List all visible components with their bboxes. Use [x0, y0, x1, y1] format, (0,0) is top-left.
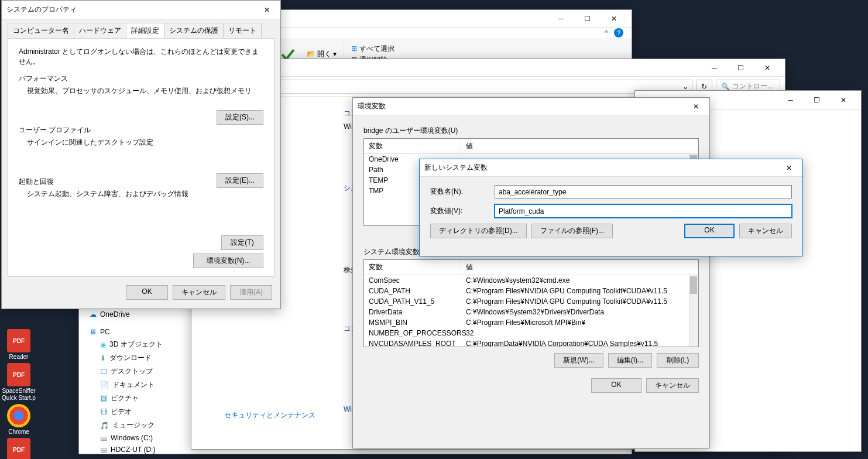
variable-value-label: 変数値(V):: [430, 206, 495, 216]
ok-button[interactable]: OK: [684, 224, 735, 238]
list-item[interactable]: ComSpecC:¥Windows¥system32¥cmd.exe: [364, 275, 698, 286]
desktop-icons: PDF Reader PDF SpaceSniffer Quick Start.…: [0, 328, 76, 459]
maximize-button[interactable]: ☐: [574, 11, 601, 27]
startup-settings-button[interactable]: 設定(T): [221, 235, 263, 250]
sysprops-tabs: コンピューター名 ハードウェア 詳細設定 システムの保護 リモート: [2, 19, 280, 38]
picture-icon: 🖼: [100, 395, 107, 403]
sidebar-pictures[interactable]: 🖼ピクチャ: [87, 392, 204, 405]
list-item[interactable]: NVCUDASAMPLES_ROOTC:¥ProgramData¥NVIDIA …: [364, 338, 698, 347]
sidebar-documents[interactable]: 📄ドキュメント: [87, 378, 204, 392]
column-variable[interactable]: 変数: [364, 260, 461, 275]
sysprops-tab-body: Administrator としてログオンしない場合は、これらのほとんどは変更で…: [8, 38, 275, 277]
sidebar-onedrive[interactable]: ☁OneDrive: [87, 309, 204, 320]
tab-computername[interactable]: コンピューター名: [8, 23, 74, 38]
column-value[interactable]: 値: [461, 260, 698, 275]
sidebar-videos[interactable]: 🎞ビデオ: [87, 405, 204, 419]
document-icon: 📄: [100, 381, 109, 389]
profile-label: ユーザー プロファイル: [19, 125, 263, 135]
profile-desc: サインインに関連したデスクトップ設定: [27, 138, 263, 148]
cancel-button[interactable]: キャンセル: [739, 224, 792, 238]
tab-hardware[interactable]: ハードウェア: [74, 23, 126, 38]
dropdown-icon[interactable]: ⌄: [682, 83, 688, 91]
variable-name-input[interactable]: [495, 185, 792, 198]
close-button[interactable]: ✕: [258, 2, 276, 18]
newvar-titlebar: 新しいシステム変数 ✕: [420, 159, 802, 177]
close-button[interactable]: ✕: [830, 92, 856, 108]
sidebar-music[interactable]: 🎵ミュージック: [87, 419, 204, 432]
list-item[interactable]: NUMBER_OF_PROCESSORS32: [364, 328, 698, 338]
sysprops-bottom-buttons: OK キャンセル 適用(A): [2, 282, 280, 306]
sidebar-drive-d[interactable]: 🖴HDCZ-UT (D:): [87, 444, 204, 455]
sidebar-downloads[interactable]: ⬇ダウンロード: [87, 351, 204, 365]
system-properties-dialog: システムのプロパティ ✕ コンピューター名 ハードウェア 詳細設定 システムの保…: [1, 0, 281, 309]
minimize-button[interactable]: ─: [777, 92, 804, 108]
ok-button[interactable]: OK: [591, 378, 641, 393]
related-link-security[interactable]: セキュリティとメンテナンス: [224, 410, 315, 420]
drive-icon: 🖴: [100, 434, 107, 442]
envvar-titlebar: 環境変数 ✕: [353, 98, 709, 115]
sidebar-3dobjects[interactable]: ◉3D オブジェクト: [87, 338, 204, 351]
sys-vars-list[interactable]: 変数 値 ComSpecC:¥Windows¥system32¥cmd.exe …: [363, 259, 699, 347]
sys-delete-button[interactable]: 削除(L): [657, 353, 699, 368]
pdf-icon: PDF: [7, 329, 30, 352]
cancel-button[interactable]: キャンセル: [646, 378, 699, 393]
scrollbar[interactable]: [689, 274, 698, 347]
tab-advanced[interactable]: 詳細設定: [126, 23, 164, 38]
variable-name-label: 変数名(N):: [430, 187, 495, 197]
desktop-icon: 🖵: [100, 368, 107, 376]
tab-remote[interactable]: リモート: [223, 23, 262, 38]
ribbon-selectall[interactable]: ⊞ すべて選択: [351, 44, 394, 54]
sys-edit-button[interactable]: 編集(I)...: [608, 353, 652, 368]
cloud-icon: ☁: [90, 310, 97, 318]
desktop-icon-spacesniffer-qs[interactable]: PDF SpaceSniffer Quick Start.p: [1, 363, 36, 402]
apply-button[interactable]: 適用(A): [230, 285, 272, 300]
pdf-icon: PDF: [7, 438, 30, 459]
download-icon: ⬇: [100, 354, 106, 362]
list-item[interactable]: CUDA_PATH_V11_5C:¥Program Files¥NVIDIA G…: [364, 296, 698, 307]
sidebar-drive-c[interactable]: 🖴Windows (C:): [87, 432, 204, 444]
minimize-button[interactable]: ─: [548, 11, 574, 27]
close-button[interactable]: ✕: [754, 60, 780, 76]
list-item[interactable]: DriverDataC:¥Windows¥System32¥Drivers¥Dr…: [364, 307, 698, 317]
minimize-button[interactable]: ─: [701, 60, 728, 76]
help-icon[interactable]: ?: [614, 28, 623, 37]
pdf-icon: PDF: [7, 363, 30, 386]
column-variable[interactable]: 変数: [364, 139, 461, 153]
pc-icon: 🖥: [90, 328, 97, 336]
close-button[interactable]: ✕: [601, 11, 627, 27]
sidebar-pc[interactable]: 🖥PC: [87, 326, 204, 338]
sys-new-button[interactable]: 新規(W)...: [554, 353, 603, 368]
open-icon: 📂: [307, 50, 315, 58]
chevron-up-icon[interactable]: ^: [605, 29, 608, 37]
profile-settings-button[interactable]: 設定(E)...: [217, 173, 263, 188]
maximize-button[interactable]: ☐: [728, 60, 754, 76]
desktop-icon-spacesniffer-manual[interactable]: PDF SpaceSniffer U Manual.pdf: [1, 438, 36, 459]
dialog-title: システムのプロパティ: [6, 5, 258, 15]
performance-desc: 視覚効果、プロセッサのスケジュール、メモリ使用、および仮想メモリ: [27, 86, 263, 96]
close-button[interactable]: ✕: [687, 98, 705, 115]
variable-value-input[interactable]: [495, 204, 792, 218]
performance-settings-button[interactable]: 設定(S)...: [217, 110, 263, 125]
tab-systemprotection[interactable]: システムの保護: [164, 23, 224, 38]
ok-button[interactable]: OK: [126, 285, 168, 300]
list-item[interactable]: CUDA_PATHC:¥Program Files¥NVIDIA GPU Com…: [364, 286, 698, 296]
dialog-title: 環境変数: [358, 101, 687, 111]
list-item[interactable]: MSMPI_BINC:¥Program Files¥Microsoft MPI¥…: [364, 317, 698, 328]
browse-directory-button[interactable]: ディレクトリの参照(D)...: [430, 224, 527, 238]
chrome-icon: [7, 404, 30, 427]
startup-desc: システム起動、システム障害、およびデバッグ情報: [27, 189, 263, 199]
desktop-icon-reader[interactable]: PDF Reader: [1, 329, 36, 361]
environment-variables-button[interactable]: 環境変数(N)...: [193, 254, 263, 268]
browse-file-button[interactable]: ファイルの参照(F)...: [531, 224, 613, 238]
search-icon: 🔍: [721, 83, 730, 91]
column-value[interactable]: 値: [461, 139, 698, 153]
video-icon: 🎞: [100, 408, 107, 416]
close-button[interactable]: ✕: [780, 160, 798, 176]
admin-note: Administrator としてログオンしない場合は、これらのほとんどは変更で…: [19, 47, 263, 67]
ribbon-open[interactable]: 📂 開く ▾: [307, 49, 337, 59]
cancel-button[interactable]: キャンセル: [173, 285, 225, 300]
maximize-button[interactable]: ☐: [804, 92, 830, 108]
desktop-icon-chrome[interactable]: Chrome: [1, 404, 36, 436]
sidebar-desktop[interactable]: 🖵デスクトップ: [87, 365, 204, 378]
new-system-variable-dialog: 新しいシステム変数 ✕ 変数名(N): 変数値(V): ディレクトリの参照(D)…: [419, 159, 803, 256]
